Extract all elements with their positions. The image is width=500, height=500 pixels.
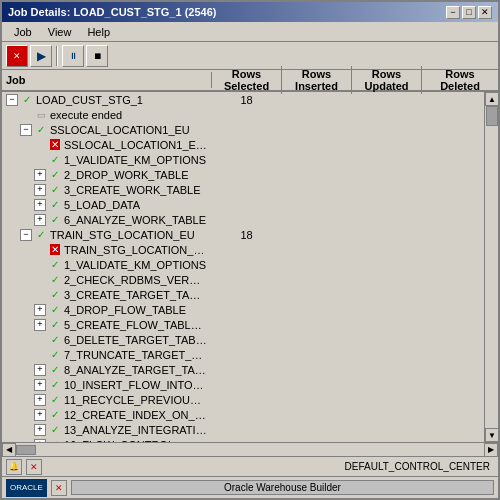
status-bar: 🔔 ✕ DEFAULT_CONTROL_CENTER <box>2 456 498 476</box>
tree-row[interactable]: +✓5_CREATE_FLOW_TABLE_I_ <box>2 317 484 332</box>
vertical-scrollbar[interactable]: ▲ ▼ <box>484 92 498 442</box>
tree-row-label: 5_LOAD_DATA <box>64 199 140 211</box>
tree-row-label: 12_CREATE_INDEX_ON_FLOW_T <box>64 409 207 421</box>
tree-cell-sel: 18 <box>212 229 282 241</box>
collapse-icon[interactable]: − <box>20 229 32 241</box>
error-icon: ✕ <box>48 138 62 152</box>
pause-button[interactable]: ⏸ <box>62 45 84 67</box>
horiz-scroll-track <box>16 445 484 455</box>
tree-row-label: 7_TRUNCATE_TARGET_TABLE <box>64 349 207 361</box>
check-icon: ✓ <box>48 183 62 197</box>
tree-row[interactable]: −✓SSLOCAL_LOCATION1_EU <box>2 122 484 137</box>
menu-job[interactable]: Job <box>6 24 40 40</box>
tree-row[interactable]: +✓13_ANALYZE_INTEGRATION_TA <box>2 422 484 437</box>
check-icon: ✓ <box>48 318 62 332</box>
tree-row[interactable]: +✓3_CREATE_WORK_TABLE <box>2 182 484 197</box>
close-button[interactable]: ✕ <box>478 6 492 19</box>
check-icon: ✓ <box>48 363 62 377</box>
expand-icon[interactable]: + <box>34 424 46 436</box>
check-icon: ✓ <box>48 303 62 317</box>
check-icon: ✓ <box>34 123 48 137</box>
tree-row[interactable]: +✓11_RECYCLE_PREVIOUS_ERROR: <box>2 392 484 407</box>
horiz-scroll-thumb[interactable] <box>16 445 36 455</box>
tree-row-label: 3_CREATE_TARGET_TABLE <box>64 289 207 301</box>
collapse-icon[interactable]: − <box>20 124 32 136</box>
scroll-down-button[interactable]: ▼ <box>485 428 498 442</box>
tree-row[interactable]: ✕TRAIN_STG_LOCATION_EU ended <box>2 242 484 257</box>
tree-row-label: SSLOCAL_LOCATION1_EU <box>50 124 190 136</box>
bottom-icon-1: ✕ <box>51 480 67 496</box>
tree-row[interactable]: +✓5_LOAD_DATA <box>2 197 484 212</box>
tree-row-label: 4_DROP_FLOW_TABLE <box>64 304 186 316</box>
collapse-icon[interactable]: − <box>6 94 18 106</box>
tree-row[interactable]: +✓8_ANALYZE_TARGET_TABLE <box>2 362 484 377</box>
tree-row[interactable]: ✓1_VALIDATE_KM_OPTIONS <box>2 257 484 272</box>
tree-row[interactable]: ✓2_CHECK_RDBMS_VERSION <box>2 272 484 287</box>
run-button[interactable]: ▶ <box>30 45 52 67</box>
expand-icon[interactable]: + <box>34 169 46 181</box>
tree-row-label: 11_RECYCLE_PREVIOUS_ERROR: <box>64 394 207 406</box>
check-icon: ✓ <box>48 378 62 392</box>
tree-row[interactable]: ▭execute ended <box>2 107 484 122</box>
check-icon: ✓ <box>48 198 62 212</box>
tree-row[interactable]: +✓2_DROP_WORK_TABLE <box>2 167 484 182</box>
tree-row[interactable]: −✓TRAIN_STG_LOCATION_EU18 <box>2 227 484 242</box>
error-icon: ✕ <box>48 243 62 257</box>
menu-help[interactable]: Help <box>79 24 118 40</box>
tree-row-label: 1_VALIDATE_KM_OPTIONS <box>64 154 206 166</box>
expand-icon[interactable]: + <box>34 304 46 316</box>
tree-area[interactable]: −✓LOAD_CUST_STG_118▭execute ended−✓SSLOC… <box>2 92 484 442</box>
minimize-button[interactable]: − <box>446 6 460 19</box>
menu-bar: Job View Help <box>2 22 498 42</box>
tree-row-label: 3_CREATE_WORK_TABLE <box>64 184 201 196</box>
owb-label: Oracle Warehouse Builder <box>71 480 494 495</box>
maximize-button[interactable]: □ <box>462 6 476 19</box>
scroll-left-button[interactable]: ◀ <box>2 443 16 457</box>
expand-icon[interactable]: + <box>34 394 46 406</box>
col-header-rows-selected: Rows Selected <box>212 66 282 94</box>
stop-button[interactable]: ✕ <box>6 45 28 67</box>
menu-view[interactable]: View <box>40 24 80 40</box>
tree-row-label: 13_ANALYZE_INTEGRATION_TA <box>64 424 207 436</box>
tree-row-label: 1_VALIDATE_KM_OPTIONS <box>64 259 206 271</box>
tree-row-label: TRAIN_STG_LOCATION_EU <box>50 229 195 241</box>
tree-row[interactable]: +✓12_CREATE_INDEX_ON_FLOW_T <box>2 407 484 422</box>
check-icon: ✓ <box>48 258 62 272</box>
expand-icon[interactable]: + <box>34 319 46 331</box>
tree-row-label: 2_DROP_WORK_TABLE <box>64 169 189 181</box>
tree-row[interactable]: +✓6_ANALYZE_WORK_TABLE <box>2 212 484 227</box>
tree-row-label: 6_ANALYZE_WORK_TABLE <box>64 214 206 226</box>
expand-icon[interactable]: + <box>34 379 46 391</box>
tree-row-label: 5_CREATE_FLOW_TABLE_I_ <box>64 319 207 331</box>
check-icon: ✓ <box>48 393 62 407</box>
check-icon: ✓ <box>20 93 34 107</box>
tree-row[interactable]: −✓LOAD_CUST_STG_118 <box>2 92 484 107</box>
expand-icon[interactable]: + <box>34 364 46 376</box>
tree-row[interactable]: +✓10_INSERT_FLOW_INTO_I__TABI <box>2 377 484 392</box>
check-icon: ✓ <box>48 153 62 167</box>
tree-row[interactable]: ✓7_TRUNCATE_TARGET_TABLE <box>2 347 484 362</box>
scroll-right-button[interactable]: ▶ <box>484 443 498 457</box>
expand-icon[interactable]: + <box>34 214 46 226</box>
scroll-thumb[interactable] <box>486 106 498 126</box>
toolbar-separator-1 <box>56 46 58 66</box>
scroll-track <box>485 106 498 428</box>
expand-icon[interactable]: + <box>34 184 46 196</box>
horizontal-scrollbar[interactable]: ◀ ▶ <box>2 442 498 456</box>
tree-row[interactable]: ✓3_CREATE_TARGET_TABLE <box>2 287 484 302</box>
scroll-up-button[interactable]: ▲ <box>485 92 498 106</box>
col-header-rows-updated: Rows Updated <box>352 66 422 94</box>
main-window: Job Details: LOAD_CUST_STG_1 (2546) − □ … <box>0 0 500 500</box>
doc-icon: ▭ <box>34 108 48 122</box>
expand-icon[interactable]: + <box>34 409 46 421</box>
tree-row-label: 10_INSERT_FLOW_INTO_I__TABI <box>64 379 207 391</box>
tree-row[interactable]: ✕SSLOCAL_LOCATION1_EU ended <box>2 137 484 152</box>
expand-icon[interactable]: + <box>34 199 46 211</box>
toolbar-btn-extra[interactable]: ⏹ <box>86 45 108 67</box>
tree-row[interactable]: ✓1_VALIDATE_KM_OPTIONS <box>2 152 484 167</box>
tree-row[interactable]: +✓4_DROP_FLOW_TABLE <box>2 302 484 317</box>
column-header: Job Rows Selected Rows Inserted Rows Upd… <box>2 70 498 92</box>
tree-row-label: 8_ANALYZE_TARGET_TABLE <box>64 364 207 376</box>
tree-row[interactable]: ✓6_DELETE_TARGET_TABLE <box>2 332 484 347</box>
tree-cell-sel: 18 <box>212 94 282 106</box>
